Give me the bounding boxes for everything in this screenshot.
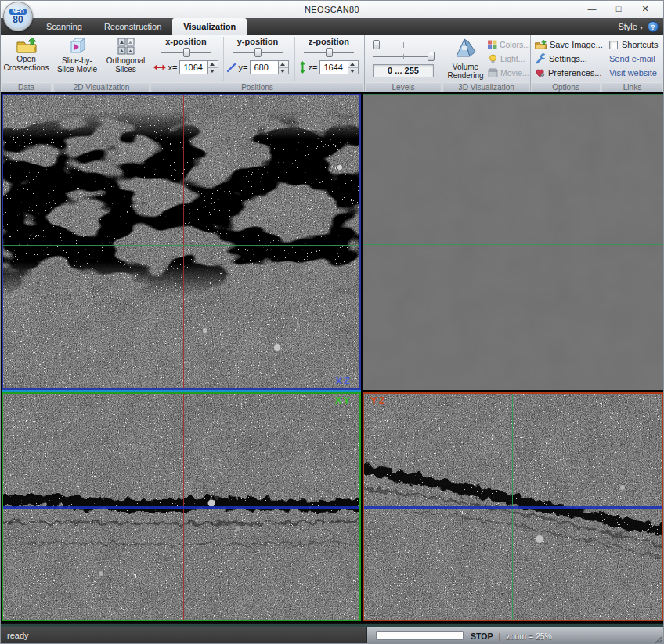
app-logo-inner: NEO 80 (6, 5, 30, 28)
z-slider-thumb[interactable] (326, 48, 333, 57)
save-image-button[interactable]: Save Image... (535, 38, 603, 52)
viewport-area: XZ (1, 92, 664, 623)
orthogonal-slices-label: Orthogonal Slices (103, 56, 150, 74)
chevron-down-icon: ▾ (640, 24, 643, 31)
x-position-spinner[interactable] (208, 60, 218, 74)
viewport-label-yz: YZ (370, 394, 387, 406)
logo-text-80: 80 (13, 16, 23, 24)
tab-scanning[interactable]: Scanning (35, 18, 93, 35)
resize-grip[interactable] (654, 635, 662, 644)
zoom-level: zoom = 25% (506, 631, 552, 641)
x-position-line[interactable] (183, 95, 184, 388)
volume-rendering-button[interactable]: Volume Rendering (444, 37, 487, 80)
ribbon-group-2d-visualization: Slice-by-Slice Movie Orthogonal Slices (53, 35, 150, 92)
y-position-line-yz[interactable] (364, 506, 662, 509)
empty-view-background (363, 95, 664, 390)
app-logo[interactable]: NEO 80 (3, 2, 33, 31)
viewport-xz[interactable]: XZ (2, 94, 361, 390)
statusbar-right-panel: STOP | zoom = 25% (366, 627, 663, 644)
minimize-button[interactable]: — (579, 1, 605, 18)
viewport-xy[interactable]: XY (2, 392, 361, 621)
z-prefix-label: z= (309, 63, 318, 72)
settings-wrench-icon (535, 53, 546, 64)
title-bar: NEOSCAN80 — □ ✕ (1, 1, 663, 18)
levels-range-field[interactable]: 0 ... 255 (373, 64, 434, 77)
z-position-line[interactable] (3, 245, 359, 246)
style-menu-label: Style (618, 22, 637, 31)
y-position-input[interactable]: 680 (250, 60, 279, 74)
z-position-spinner[interactable] (348, 60, 359, 74)
close-button[interactable]: ✕ (632, 1, 659, 18)
tab-reconstruction[interactable]: Reconstruction (93, 18, 172, 35)
y-slider-thumb[interactable] (254, 48, 262, 57)
z-position-slider[interactable] (304, 48, 354, 58)
z-position-line-empty[interactable] (363, 244, 664, 245)
status-panel: ready (1, 627, 366, 644)
shortcuts-toggle[interactable]: Shortcuts (609, 38, 658, 52)
z-position-control: z-position z= 1644 (294, 37, 363, 81)
preferences-button[interactable]: Preferences... (535, 66, 603, 80)
save-image-label: Save Image... (550, 40, 603, 49)
style-menu[interactable]: Style ▾ (618, 22, 643, 31)
x-position-control: x-position x= 1064 (152, 37, 220, 81)
3d-small-buttons: Colors... Light... Movie... (488, 38, 530, 80)
viewport-yz[interactable]: YZ (363, 392, 664, 621)
orthogonal-slices-icon (117, 38, 135, 55)
tabbar-right-controls: Style ▾ ? (618, 18, 659, 35)
window-title: NEOSCAN80 (1, 1, 663, 18)
ribbon-group-links: Shortcuts Send e-mail Visit website Link… (601, 35, 664, 92)
save-image-icon (535, 40, 547, 49)
colors-button[interactable]: Colors... (488, 38, 530, 52)
colors-label: Colors... (500, 40, 530, 49)
volume-rendering-label: Volume Rendering (444, 63, 487, 80)
y-prefix-label: y= (239, 63, 248, 72)
group-label-data: Data (2, 82, 51, 92)
visit-website-link[interactable]: Visit website (609, 68, 657, 77)
status-bar: ready STOP | zoom = 25% (1, 627, 663, 644)
movie-button[interactable]: Movie... (488, 66, 530, 80)
ribbon-group-positions: x-position x= 1064 (150, 35, 365, 92)
orthogonal-slices-button[interactable]: Orthogonal Slices (103, 38, 150, 74)
x-prefix-label: x= (168, 63, 178, 72)
tab-list: Scanning Reconstruction Visualization (35, 18, 247, 35)
tab-visualization[interactable]: Visualization (172, 18, 247, 35)
light-button[interactable]: Light... (488, 52, 530, 66)
viewport-label-xz: XZ (335, 375, 352, 387)
z-position-title: z-position (295, 37, 363, 46)
send-email-link[interactable]: Send e-mail (609, 54, 655, 63)
settings-button[interactable]: Settings... (535, 52, 603, 66)
x-position-input[interactable]: 1064 (179, 60, 208, 74)
slice-movie-icon (69, 38, 86, 55)
ribbon: Open Crossections Data Slice-by-Slice Mo… (1, 35, 663, 92)
viewport-empty[interactable] (363, 94, 664, 390)
maximize-button[interactable]: □ (605, 1, 632, 18)
movie-label: Movie... (500, 68, 529, 77)
light-label: Light... (500, 54, 525, 63)
group-label-options: Options (532, 82, 600, 92)
shortcuts-checkbox[interactable] (609, 41, 618, 49)
open-crossections-button[interactable]: Open Crossections (3, 38, 50, 72)
progress-bar (376, 631, 464, 640)
group-label-levels: Levels (366, 82, 441, 92)
level-max-slider[interactable] (373, 52, 434, 62)
level-min-thumb[interactable] (373, 40, 380, 49)
level-min-slider[interactable] (373, 40, 434, 50)
help-icon[interactable]: ? (648, 21, 659, 32)
y-position-control: y-position y= 680 (223, 37, 291, 81)
x-slider-thumb[interactable] (183, 48, 190, 57)
x-position-title: x-position (152, 37, 220, 46)
y-position-line-xy[interactable] (3, 506, 359, 509)
z-position-input[interactable]: 1644 (319, 60, 348, 74)
status-text: ready (7, 631, 29, 640)
y-position-spinner[interactable] (279, 60, 289, 74)
xz-ct-slice-image (3, 95, 359, 388)
light-icon (488, 54, 498, 64)
slice-by-slice-movie-button[interactable]: Slice-by-Slice Movie (54, 38, 101, 74)
level-max-thumb[interactable] (428, 52, 435, 61)
ribbon-group-levels: 0 ... 255 Levels (365, 35, 442, 92)
y-position-slider[interactable] (233, 48, 283, 58)
x-position-slider[interactable] (161, 48, 211, 58)
preferences-heart-icon (535, 68, 545, 77)
stop-button[interactable]: STOP (471, 631, 493, 641)
slice-movie-label: Slice-by-Slice Movie (54, 56, 101, 74)
